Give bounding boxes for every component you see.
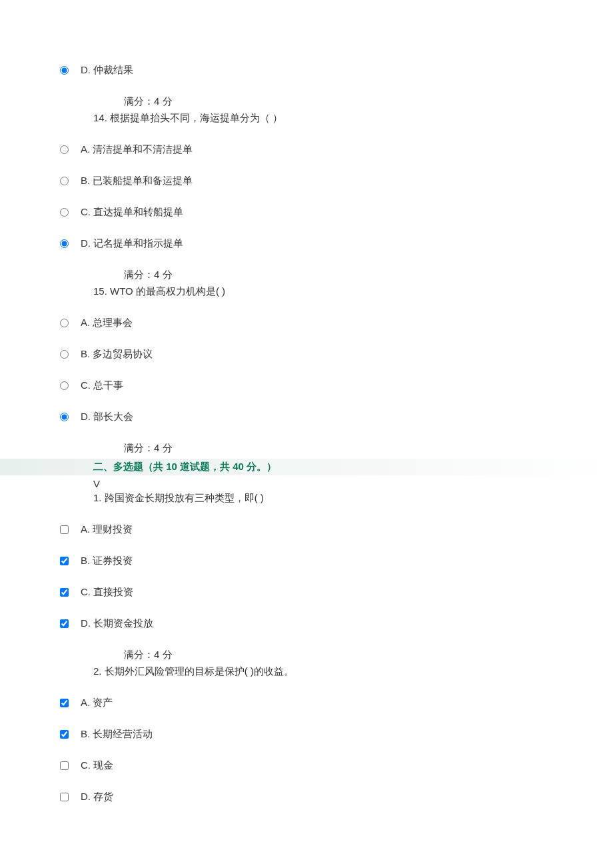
- mq2-checkbox-d[interactable]: [60, 793, 69, 801]
- mq1-option-a-label: A. 理财投资: [81, 523, 133, 536]
- q15-option-b-row: B. 多边贸易协议: [0, 348, 613, 361]
- mq1-checkbox-c[interactable]: [60, 588, 69, 597]
- mq1-option-b-label: B. 证券投资: [81, 555, 133, 567]
- q15-text: 15. WTO 的最高权力机构是( ): [0, 285, 613, 298]
- q15-option-c-row: C. 总干事: [0, 379, 613, 392]
- q15-radio-b[interactable]: [60, 350, 69, 359]
- mq1-checkbox-a[interactable]: [60, 525, 69, 534]
- q14-option-c-label: C. 直达提单和转船提单: [81, 206, 183, 219]
- q13-radio-d[interactable]: [60, 66, 69, 75]
- mq2-option-a-label: A. 资产: [81, 697, 113, 709]
- q15-option-a-label: A. 总理事会: [81, 317, 133, 329]
- q14-option-d-label: D. 记名提单和指示提单: [81, 237, 183, 250]
- q15-score: 满分：4 分: [0, 442, 613, 455]
- section-2-v: V: [0, 478, 613, 489]
- mq2-option-d-label: D. 存货: [81, 791, 113, 803]
- mq1-option-d-row: D. 长期资金投放: [0, 617, 613, 630]
- mq2-option-c-row: C. 现金: [0, 759, 613, 772]
- q14-option-c-row: C. 直达提单和转船提单: [0, 206, 613, 219]
- q14-option-a-row: A. 清洁提单和不清洁提单: [0, 143, 613, 156]
- q14-option-b-label: B. 已装船提单和备运提单: [81, 175, 193, 187]
- q14-radio-a[interactable]: [60, 145, 69, 154]
- mq1-checkbox-b[interactable]: [60, 557, 69, 565]
- q14-option-b-row: B. 已装船提单和备运提单: [0, 175, 613, 187]
- mq2-checkbox-a[interactable]: [60, 699, 69, 707]
- mq2-option-d-row: D. 存货: [0, 791, 613, 803]
- q14-radio-d[interactable]: [60, 239, 69, 248]
- mq2-checkbox-c[interactable]: [60, 761, 69, 770]
- mq1-score: 满分：4 分: [0, 649, 613, 661]
- q15-option-a-row: A. 总理事会: [0, 317, 613, 329]
- q14-option-d-row: D. 记名提单和指示提单: [0, 237, 613, 250]
- q14-radio-b[interactable]: [60, 177, 69, 185]
- q14-text: 14. 根据提单抬头不同，海运提单分为（ ）: [0, 112, 613, 125]
- q15-radio-a[interactable]: [60, 319, 69, 327]
- q15-option-d-row: D. 部长大会: [0, 411, 613, 423]
- q13-option-d-label: D. 仲裁结果: [81, 64, 133, 77]
- page-container: D. 仲裁结果 满分：4 分 14. 根据提单抬头不同，海运提单分为（ ） A.…: [0, 27, 613, 803]
- mq1-text: 1. 跨国资金长期投放有三种类型，即( ): [0, 492, 613, 505]
- q15-option-d-label: D. 部长大会: [81, 411, 133, 423]
- q15-option-b-label: B. 多边贸易协议: [81, 348, 153, 361]
- mq2-option-b-label: B. 长期经营活动: [81, 728, 153, 741]
- section-2-header: 二、多选题（共 10 道试题，共 40 分。）: [0, 459, 613, 475]
- mq1-option-c-label: C. 直接投资: [81, 586, 133, 599]
- mq2-option-a-row: A. 资产: [0, 697, 613, 709]
- mq1-option-c-row: C. 直接投资: [0, 586, 613, 599]
- q14-option-a-label: A. 清洁提单和不清洁提单: [81, 143, 193, 156]
- mq2-option-c-label: C. 现金: [81, 759, 113, 772]
- mq1-option-b-row: B. 证券投资: [0, 555, 613, 567]
- q14-score: 满分：4 分: [0, 269, 613, 281]
- mq1-option-d-label: D. 长期资金投放: [81, 617, 153, 630]
- mq1-option-a-row: A. 理财投资: [0, 523, 613, 536]
- q15-radio-d[interactable]: [60, 413, 69, 421]
- q15-option-c-label: C. 总干事: [81, 379, 123, 392]
- q15-radio-c[interactable]: [60, 381, 69, 390]
- q14-radio-c[interactable]: [60, 208, 69, 217]
- mq2-checkbox-b[interactable]: [60, 730, 69, 739]
- mq1-checkbox-d[interactable]: [60, 619, 69, 628]
- q13-score: 满分：4 分: [0, 95, 613, 108]
- mq2-text: 2. 长期外汇风险管理的目标是保护( )的收益。: [0, 665, 613, 678]
- mq2-option-b-row: B. 长期经营活动: [0, 728, 613, 741]
- q13-option-d-row: D. 仲裁结果: [0, 64, 613, 77]
